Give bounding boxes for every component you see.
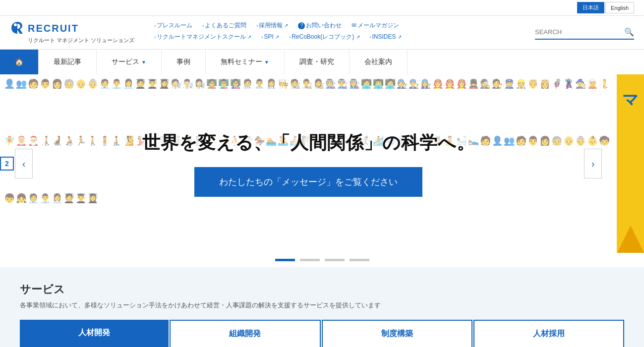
top-nav: ›プレスルーム ›よくあるご質問 ›採用情報 ↗ ?お問い合わせ ✉メールマガジ… <box>154 21 535 44</box>
logo-brand: RECRUIT <box>28 23 79 34</box>
service-org-dev[interactable]: 組織開発 <box>170 320 320 347</box>
search-input[interactable] <box>535 28 624 36</box>
services-section: サービス 各事業領域において、多様なソリューション手法をかけあわせて経営・人事課… <box>0 267 644 347</box>
hero-title: 世界を変える、「人間関係」の科学へ。 <box>142 131 475 155</box>
school-link[interactable]: ›リクルートマネジメントスクール ↗ <box>154 33 251 41</box>
nav-news[interactable]: 最新記事 <box>39 50 97 74</box>
services-arrow: ▼ <box>141 59 146 65</box>
side-label: マ <box>620 84 642 102</box>
logo-subtitle: リクルート マネジメント ソリューションズ <box>28 37 134 44</box>
site-header: RECRUIT リクルート マネジメント ソリューションズ ›プレスルーム ›よ… <box>0 16 644 49</box>
nav-company[interactable]: 会社案内 <box>350 50 408 74</box>
nav-services[interactable]: サービス ▼ <box>97 50 162 74</box>
hero-main: 👤👥🧑👨👩🧓👴👵 🧑‍💼👨‍💼👩‍💼🧑‍🎓👨‍🎓👩‍🎓🧑‍🔬👨‍🔬 👩‍🔬🧑‍🏫… <box>0 74 617 253</box>
hero-button[interactable]: わたしたちの「メッセージ」をご覧ください <box>194 167 422 197</box>
prev-slide-button[interactable]: ‹ <box>15 149 33 178</box>
services-description: 各事業領域において、多様なソリューション手法をかけあわせて経営・人事課題の解決を… <box>20 301 624 310</box>
top-nav-row1: ›プレスルーム ›よくあるご質問 ›採用情報 ↗ ?お問い合わせ ✉メールマガジ… <box>154 21 535 30</box>
nav-cases[interactable]: 事例 <box>162 50 206 74</box>
spi-link[interactable]: ›SPI ↗ <box>261 33 279 40</box>
service-hiring[interactable]: 人材採用 <box>473 320 624 347</box>
home-icon: 🏠 <box>15 58 23 66</box>
svg-point-0 <box>14 23 17 26</box>
recruit-link[interactable]: ›採用情報 ↗ <box>256 21 288 30</box>
indicator-3[interactable] <box>325 259 345 261</box>
nav-home[interactable]: 🏠 <box>0 50 39 74</box>
logo-top: RECRUIT <box>10 21 134 36</box>
slide-indicators <box>0 253 644 267</box>
lang-english[interactable]: English <box>605 2 634 13</box>
insides-link[interactable]: ›INSIDES ↗ <box>370 33 402 40</box>
mail-link[interactable]: ✉メールマガジン <box>351 21 399 30</box>
hero-content: 世界を変える、「人間関係」の科学へ。 わたしたちの「メッセージ」をご覧ください <box>142 131 475 197</box>
press-link[interactable]: ›プレスルーム <box>154 21 192 30</box>
logo-area: RECRUIT リクルート マネジメント ソリューションズ <box>10 21 134 44</box>
indicator-4[interactable] <box>350 259 369 261</box>
next-slide-button[interactable]: › <box>584 149 602 178</box>
contact-link[interactable]: ?お問い合わせ <box>298 21 342 30</box>
recobook-link[interactable]: ›ReCoBook(レコブック) ↗ <box>289 33 359 41</box>
hero-slider: 2 👤👥🧑👨👩🧓👴👵 🧑‍💼👨‍💼👩‍💼🧑‍🎓👨‍🎓👩‍🎓🧑‍🔬👨‍🔬 👩‍🔬🧑… <box>0 74 644 253</box>
lang-switcher: 日本語 English <box>577 2 634 13</box>
logo-icon <box>10 21 25 36</box>
nav-research[interactable]: 調査・研究 <box>285 50 350 74</box>
faq-link[interactable]: ›よくあるご質問 <box>202 21 246 30</box>
services-title: サービス <box>20 282 624 297</box>
main-nav: 🏠 最新記事 サービス ▼ 事例 無料セミナー ▼ 調査・研究 会社案内 <box>0 49 644 74</box>
lang-japanese[interactable]: 日本語 <box>577 2 604 13</box>
service-system[interactable]: 制度構築 <box>322 320 472 347</box>
hero-side-panel: マ <box>617 74 644 253</box>
seminar-arrow: ▼ <box>264 59 269 65</box>
side-triangle <box>617 226 644 253</box>
indicator-1[interactable] <box>275 259 295 261</box>
service-hr-dev[interactable]: 人材開発 <box>20 320 169 347</box>
search-icon[interactable]: 🔍 <box>624 27 634 37</box>
search-area: 🔍 <box>535 25 634 40</box>
top-nav-row2: ›リクルートマネジメントスクール ↗ ›SPI ↗ ›ReCoBook(レコブッ… <box>154 33 535 41</box>
indicator-2[interactable] <box>300 259 320 261</box>
slide-badge: 2 <box>0 157 14 171</box>
nav-seminar[interactable]: 無料セミナー ▼ <box>206 50 285 74</box>
service-cards: 人材開発 組織開発 制度構築 人材採用 <box>20 320 624 347</box>
language-bar: 日本語 English <box>0 0 644 16</box>
